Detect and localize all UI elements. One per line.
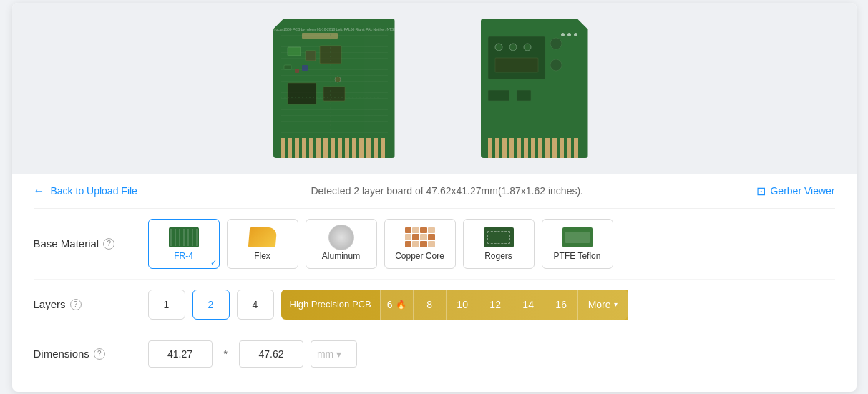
copper-icon — [405, 227, 435, 248]
flex-label: Flex — [254, 251, 270, 261]
aluminum-icon — [326, 227, 356, 248]
base-material-row: Base Material ? FR-4 ✓ — [34, 209, 835, 280]
precision-btn-16[interactable]: 16 — [545, 290, 577, 320]
precision-btn-14[interactable]: 14 — [512, 290, 545, 320]
gerber-viewer-link[interactable]: ⊡ Gerber Viewer — [756, 184, 834, 198]
material-flex-card[interactable]: Flex — [227, 219, 298, 269]
pcb-front-board: Unocart2600 PCB by rglenn 01-10-2018 Lef… — [263, 17, 406, 160]
back-arrow-icon: ← — [34, 184, 45, 197]
base-material-options: FR-4 ✓ Flex — [148, 219, 613, 269]
material-rogers-card[interactable]: Rogers — [463, 219, 535, 269]
base-material-label: Base Material ? — [34, 237, 148, 250]
high-precision-group: High Precision PCB 6 🔥 8 10 12 14 16 Mor… — [281, 290, 628, 320]
material-fr4-wrapper: FR-4 ✓ — [148, 219, 220, 269]
layer-btn-4[interactable]: 4 — [237, 290, 274, 320]
precision-btn-10[interactable]: 10 — [446, 290, 479, 320]
svg-point-15 — [524, 44, 531, 51]
pcb-front: Unocart2600 PCB by rglenn 01-10-2018 Lef… — [273, 19, 395, 158]
svg-rect-5 — [295, 69, 299, 73]
fr4-icon — [169, 227, 199, 248]
controls-area: ← Back to Upload File Detected 2 layer b… — [12, 174, 857, 392]
ptfe-icon — [562, 227, 593, 248]
fire-icon: 🔥 — [396, 300, 406, 310]
dimensions-label: Dimensions ? — [34, 348, 148, 360]
material-rogers-wrapper: Rogers — [463, 219, 535, 269]
material-copper-wrapper: Copper Core — [384, 219, 456, 269]
svg-rect-0 — [302, 33, 338, 39]
layers-options-group: 1 2 4 High Precision PCB 6 🔥 8 10 12 14 … — [148, 290, 628, 320]
material-ptfe-wrapper: PTFE Teflon — [542, 219, 613, 269]
layers-label: Layers ? — [34, 298, 148, 310]
layers-help-icon[interactable]: ? — [70, 299, 82, 310]
dimensions-inputs: * mm ▾ — [148, 340, 357, 368]
back-label: Back to Upload File — [51, 185, 137, 197]
chevron-down-icon: ▾ — [614, 300, 618, 308]
more-button[interactable]: More ▾ — [577, 290, 628, 320]
gerber-label: Gerber Viewer — [770, 185, 834, 197]
nav-row: ← Back to Upload File Detected 2 layer b… — [34, 174, 835, 209]
unit-chevron-icon: ▾ — [336, 348, 341, 360]
fr4-checkmark: ✓ — [210, 258, 217, 267]
rogers-icon — [484, 227, 514, 248]
svg-rect-19 — [517, 90, 531, 101]
aluminum-label: Aluminum — [322, 251, 360, 261]
material-aluminum-wrapper: Aluminum — [306, 219, 377, 269]
gerber-icon: ⊡ — [756, 184, 766, 198]
dimensions-help-icon[interactable]: ? — [94, 348, 105, 360]
svg-point-8 — [335, 77, 341, 82]
material-flex-wrapper: Flex — [227, 219, 298, 269]
precision-btn-12[interactable]: 12 — [479, 290, 512, 320]
svg-rect-2 — [306, 51, 316, 61]
precision-btn-6[interactable]: 6 🔥 — [380, 290, 413, 320]
flex-icon — [248, 227, 278, 248]
rogers-label: Rogers — [484, 251, 512, 261]
material-ptfe-card[interactable]: PTFE Teflon — [542, 219, 613, 269]
svg-rect-18 — [488, 90, 509, 101]
svg-point-14 — [509, 44, 517, 51]
material-fr4-card[interactable]: FR-4 — [148, 219, 220, 269]
copper-label: Copper Core — [395, 251, 444, 261]
svg-rect-1 — [288, 47, 301, 56]
svg-rect-7 — [288, 83, 316, 104]
detected-info: Detected 2 layer board of 47.62x41.27mm(… — [311, 185, 583, 197]
svg-rect-16 — [495, 58, 538, 72]
main-container: Unocart2600 PCB by rglenn 01-10-2018 Lef… — [12, 3, 857, 392]
dimensions-row: Dimensions ? * mm ▾ — [34, 330, 835, 378]
pcb-back-board — [463, 17, 606, 160]
dimension-height-input[interactable] — [239, 340, 303, 368]
layers-row: Layers ? 1 2 4 High Precision PCB 6 🔥 8 … — [34, 280, 835, 330]
precision-btn-8[interactable]: 8 — [413, 290, 446, 320]
svg-point-21 — [550, 59, 562, 71]
layer-btn-1[interactable]: 1 — [148, 290, 185, 320]
high-precision-label: High Precision PCB — [281, 290, 380, 320]
pcb-back-svg — [484, 22, 577, 137]
dimension-width-input[interactable] — [148, 340, 213, 368]
material-copper-card[interactable]: Copper Core — [384, 219, 456, 269]
multiply-symbol: * — [224, 348, 228, 360]
pcb-preview: Unocart2600 PCB by rglenn 01-10-2018 Lef… — [12, 3, 857, 174]
svg-rect-4 — [284, 65, 291, 69]
pcb-back — [481, 19, 588, 158]
svg-point-13 — [495, 44, 502, 51]
ptfe-label: PTFE Teflon — [554, 251, 601, 261]
base-material-help-icon[interactable]: ? — [103, 238, 114, 250]
layer-btn-2[interactable]: 2 — [192, 290, 230, 320]
svg-point-20 — [550, 38, 562, 49]
material-aluminum-card[interactable]: Aluminum — [306, 219, 377, 269]
unit-label: mm — [317, 348, 333, 360]
dimension-unit-select[interactable]: mm ▾ — [311, 340, 357, 368]
svg-rect-9 — [323, 87, 345, 101]
pcb-components-svg — [281, 26, 388, 140]
svg-rect-6 — [302, 65, 308, 71]
fr4-label: FR-4 — [174, 251, 193, 261]
back-to-upload-link[interactable]: ← Back to Upload File — [34, 184, 137, 197]
